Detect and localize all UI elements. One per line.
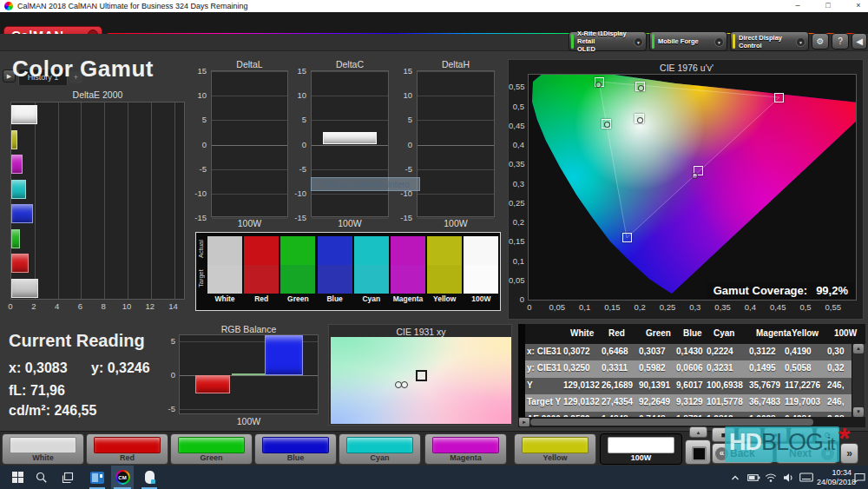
patch-button-label: Cyan (339, 453, 420, 462)
cie1976-xtick-label: 0,45 (766, 302, 790, 312)
tray-wifi[interactable] (762, 466, 779, 489)
tray-overflow-button[interactable] (727, 466, 743, 489)
patch-button-100w[interactable]: 100W (600, 433, 682, 465)
deltae-xtick-label: 8 (95, 301, 112, 311)
deltal-x-label: 100W (211, 218, 288, 228)
table-cell: 0,5982 (639, 363, 666, 373)
search-button[interactable] (31, 466, 52, 489)
patch-button-white[interactable]: White (2, 433, 84, 465)
watermark-asterisk: * (838, 421, 850, 455)
swatch-actual-cyan (354, 236, 389, 265)
table-vertical-scrollbar[interactable]: ▲▼ (852, 344, 865, 417)
expand-up-button[interactable]: ▲ (689, 426, 707, 438)
start-button[interactable] (7, 466, 28, 489)
table-cell: 9,6017 (676, 380, 703, 390)
deltae-xtick-label: 4 (49, 301, 66, 311)
deltac-y-axis: 151050-5-10-15 (287, 70, 308, 217)
collapse-panel-button[interactable]: ◀ (852, 33, 867, 50)
deltal-chart-plot (211, 70, 288, 217)
deltaL-ytick-label: -15 (187, 213, 207, 222)
table-cell: 129,0132 (563, 397, 600, 406)
tray-battery[interactable] (745, 466, 762, 489)
help-button[interactable]: ? (832, 33, 849, 50)
taskbar-clock[interactable]: 10:34 24/09/2018 (817, 468, 852, 486)
deltaL-ytick-label: -5 (187, 164, 207, 174)
patch-button-label: 100W (601, 453, 681, 462)
rgb-balance-title: RGB Balance (179, 324, 319, 334)
patch-swatch (608, 437, 674, 453)
deltaL-ytick-label: 0 (187, 140, 207, 149)
action-center-icon (854, 472, 865, 483)
watermark-it: .it (823, 433, 834, 453)
table-cell: 0,3231 (707, 363, 733, 373)
cie1976-xtick-label: 0,5 (793, 302, 818, 312)
cie1976-ytick-label: 0,4 (509, 140, 524, 149)
swatch-grid: WhiteRedGreenBlueCyanMagentaYellow100W (196, 233, 500, 310)
page-title: Color Gamut (12, 56, 154, 83)
cie1976-xtick-label: 0,05 (545, 302, 569, 312)
meter-status-stripe (571, 34, 574, 49)
table-cell: 246, (827, 380, 844, 390)
chevron-down-icon: ▼ (634, 37, 643, 47)
taskbar-app-calman[interactable]: CM (111, 466, 134, 489)
table-header-row: WhiteRedGreenBlueCyanMagentaYellow100W (525, 324, 865, 344)
table-cell: 35,7679 (749, 380, 780, 390)
deltaL-ytick-label: 5 (187, 115, 207, 124)
table-row: Y129,013226,168990,13919,6017100,693835,… (525, 378, 852, 394)
patch-button-cyan[interactable]: Cyan (339, 433, 421, 465)
patch-button-yellow[interactable]: Yellow (514, 433, 596, 465)
deltaC-bar (323, 132, 377, 144)
scroll-thumb[interactable] (530, 419, 813, 426)
settings-gear-button[interactable]: ⚙ (812, 33, 829, 50)
patch-button-label: White (3, 453, 83, 462)
scroll-down-button[interactable]: ▼ (853, 407, 864, 417)
deltae-xtick-label: 6 (71, 301, 89, 311)
patch-button-magenta[interactable]: Magenta (424, 433, 507, 465)
calman-taskbar-icon: CM (115, 470, 130, 485)
tray-volume[interactable] (779, 466, 797, 489)
tray-keyboard[interactable] (797, 466, 816, 489)
patch-swatch (10, 437, 76, 453)
deltaC-ytick-label: 0 (287, 140, 306, 149)
stop-measure-button[interactable] (685, 439, 711, 465)
scroll-up-button[interactable]: ▲ (853, 344, 864, 354)
actual-target-swatch-panel: Actual Target WhiteRedGreenBlueCyanMagen… (195, 232, 501, 311)
swatch-label: 100W (459, 294, 503, 303)
deltae-bar-white (11, 105, 37, 124)
display-control-dropdown[interactable]: Direct Display Control ▼ (730, 31, 809, 51)
patch-button-green[interactable]: Green (170, 433, 253, 465)
table-row-label: x: CIE31 (527, 347, 561, 356)
hdblog-watermark: HDBLOG.it (725, 426, 839, 462)
deltae-xtick-label: 14 (165, 301, 182, 311)
taskbar-app-colorimeter[interactable] (139, 466, 160, 489)
meter-dropdown-label: X-Rite i1Display Retail OLED (577, 32, 632, 50)
table-cell: 129,0132 (563, 380, 600, 390)
rgb-gridline (180, 409, 318, 410)
table-cell: 0,3250 (563, 363, 590, 373)
meter-dropdown[interactable]: X-Rite i1Display Retail OLED ▼ (569, 31, 647, 51)
cie1976-ytick-label: 0,35 (509, 159, 524, 169)
close-button[interactable]: × (846, 0, 868, 12)
cie1976-ytick-label: 0,2 (509, 217, 524, 227)
deltaC-gridline (312, 145, 388, 146)
maximize-button[interactable]: □ (816, 0, 840, 12)
deltaL-ytick-label: 15 (187, 66, 207, 76)
windows-logo-icon (12, 472, 23, 483)
patch-button-label: Red (87, 453, 168, 462)
keyboard-icon (799, 472, 813, 482)
cie1976-x-axis: 00,050,10,150,20,250,30,350,40,450,50,55 (528, 302, 855, 313)
patch-button-red[interactable]: Red (86, 433, 168, 465)
action-center-button[interactable] (852, 466, 868, 489)
scroll-right-button[interactable]: ► (519, 418, 529, 426)
patch-button-blue[interactable]: Blue (254, 433, 337, 465)
colorimeter-icon (145, 471, 155, 484)
table-cell: 0,3311 (602, 363, 628, 373)
deltae-gridline (104, 102, 105, 299)
calman-window: CalMAN 2018 CalMAN Ultimate for Business… (0, 0, 868, 489)
source-dropdown[interactable]: Mobile Forge ▼ (649, 31, 727, 51)
deltaC-gridline (312, 96, 388, 96)
minimize-button[interactable]: – (786, 0, 810, 12)
task-view-button[interactable] (57, 466, 78, 489)
taskbar-app-blue-window[interactable] (87, 466, 108, 489)
deltaL-gridline (212, 96, 287, 96)
